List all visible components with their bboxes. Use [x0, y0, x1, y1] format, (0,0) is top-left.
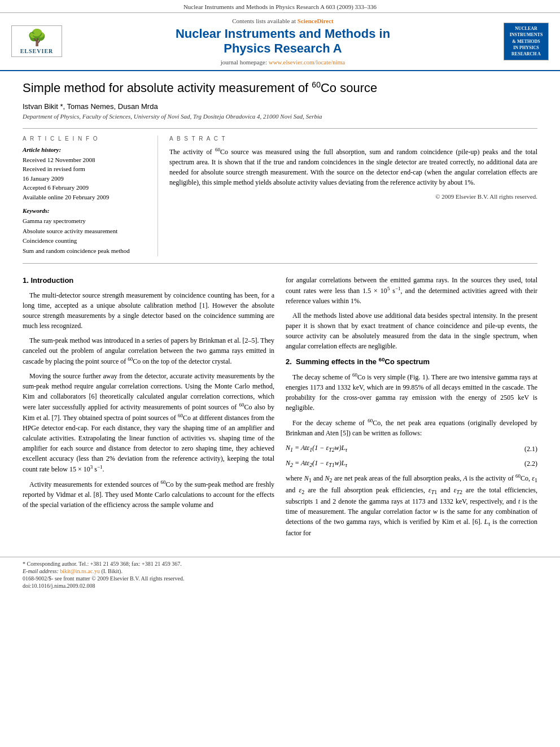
- doi-note: doi:10.1016/j.nima.2009.02.008: [23, 583, 537, 589]
- eq-2-2-content: N2 = Atε2(1 − εT1w)Lτ: [286, 458, 509, 469]
- article-info: A R T I C L E I N F O Article history: R…: [23, 136, 158, 256]
- keywords-section: Keywords: Gamma ray spectrometry Absolut…: [23, 207, 146, 256]
- intro-para-1: The multi-detector source strength measu…: [23, 290, 274, 331]
- journal-logo-box: NUCLEARINSTRUMENTS& METHODSIN PHYSICSRES…: [504, 23, 549, 60]
- eq-2-1-number: (2.1): [509, 444, 537, 454]
- content-area: Simple method for absolute activity meas…: [0, 71, 560, 552]
- eq-2-2-number: (2.2): [509, 458, 537, 469]
- copyright: © 2009 Elsevier B.V. All rights reserved…: [169, 193, 537, 200]
- journal-main-title: Nuclear Instruments and Methods inPhysic…: [68, 27, 498, 56]
- journal-header: 🌳 ELSEVIER Contents lists available at S…: [0, 13, 560, 71]
- article-history: Article history: Received 12 November 20…: [23, 146, 146, 202]
- intro-para-4: Activity measurements for extended sourc…: [23, 479, 274, 510]
- affiliation: Department of Physics, Faculty of Scienc…: [23, 113, 537, 120]
- article-info-title: A R T I C L E I N F O: [23, 136, 146, 142]
- keywords-label: Keywords:: [23, 207, 146, 214]
- page-wrapper: Nuclear Instruments and Methods in Physi…: [0, 0, 560, 593]
- paper-title: Simple method for absolute activity meas…: [23, 80, 537, 97]
- journal-logo-text: NUCLEARINSTRUMENTS& METHODSIN PHYSICSRES…: [510, 26, 543, 57]
- history-label: Article history:: [23, 146, 146, 153]
- right-para-2: All the methods listed above use additio…: [286, 311, 537, 351]
- journal-citation-header: Nuclear Instruments and Methods in Physi…: [0, 0, 560, 13]
- section-2-heading: 2. Summing effects in the 60Co spectrum: [286, 356, 537, 368]
- col-right: for angular correlations between the emi…: [286, 275, 537, 543]
- intro-para-2: The sum-peak method was introduced in a …: [23, 335, 274, 366]
- accepted-date: Accepted 6 February 2009: [23, 183, 146, 193]
- keyword-1: Gamma ray spectrometry: [23, 216, 146, 226]
- authors: Istvan Bikit *, Tomas Nemes, Dusan Mrda: [23, 102, 537, 111]
- author-email-link[interactable]: bikit@in.ns.ac.yu: [60, 568, 100, 574]
- abstract-title: A B S T R A C T: [169, 136, 537, 142]
- homepage-link[interactable]: www.elsevier.com/locate/nima: [269, 59, 345, 65]
- journal-logo-right: NUCLEARINSTRUMENTS& METHODSIN PHYSICSRES…: [504, 23, 549, 60]
- corresponding-note: * Corresponding author. Tel.: +381 21 45…: [23, 561, 537, 567]
- abstract-text: The activity of 60Co source was measured…: [169, 146, 537, 187]
- right-para-1: for angular correlations between the emi…: [286, 275, 537, 306]
- issn-note: 0168-9002/$- see front matter © 2009 Els…: [23, 575, 537, 582]
- body-columns: 1. Introduction The multi-detector sourc…: [23, 275, 537, 543]
- revised-date: 16 January 2009: [23, 174, 146, 184]
- received-date: Received 12 November 2008: [23, 155, 146, 165]
- revised-label: Received in revised form: [23, 164, 146, 174]
- eq-2-1-content: N1 = Atε1(1 − εT2w)Lτ: [286, 443, 509, 454]
- page-footer: * Corresponding author. Tel.: +381 21 45…: [0, 557, 560, 593]
- col-left: 1. Introduction The multi-detector sourc…: [23, 275, 274, 543]
- keyword-3: Coincidence counting: [23, 236, 146, 246]
- right-para-5: where N1 and N2 are net peak areas of th…: [286, 473, 537, 538]
- abstract-area: A B S T R A C T The activity of 60Co sou…: [158, 136, 537, 256]
- right-para-3: The decay scheme of 60Co is very simple …: [286, 372, 537, 413]
- equation-2-1: N1 = Atε1(1 − εT2w)Lτ (2.1): [286, 443, 537, 454]
- journal-title-area: Contents lists available at ScienceDirec…: [68, 18, 498, 65]
- info-columns: A R T I C L E I N F O Article history: R…: [23, 128, 537, 264]
- equation-2-2: N2 = Atε2(1 − εT1w)Lτ (2.2): [286, 458, 537, 469]
- sciencedirect-link[interactable]: ScienceDirect: [298, 18, 334, 24]
- email-note: E-mail address: bikit@in.ns.ac.yu (I. Bi…: [23, 568, 537, 574]
- section-1-heading: 1. Introduction: [23, 275, 274, 286]
- available-online: Available online 20 February 2009: [23, 193, 146, 202]
- keyword-4: Sum and random coincidence peak method: [23, 246, 146, 256]
- keyword-2: Absolute source activity measurement: [23, 226, 146, 237]
- elsevier-tree-icon: 🌳: [14, 28, 59, 47]
- journal-homepage: journal homepage: www.elsevier.com/locat…: [68, 59, 498, 65]
- right-para-4: For the decay scheme of 60Co, the net pe…: [286, 417, 537, 438]
- citation-text: Nuclear Instruments and Methods in Physi…: [183, 3, 377, 10]
- keywords-list: Gamma ray spectrometry Absolute source a…: [23, 216, 146, 256]
- sciencedirect-line: Contents lists available at ScienceDirec…: [68, 18, 498, 24]
- elsevier-logo: 🌳 ELSEVIER: [11, 25, 62, 57]
- elsevier-brand: ELSEVIER: [14, 48, 59, 54]
- intro-para-3: Moving the source further away from the …: [23, 371, 274, 474]
